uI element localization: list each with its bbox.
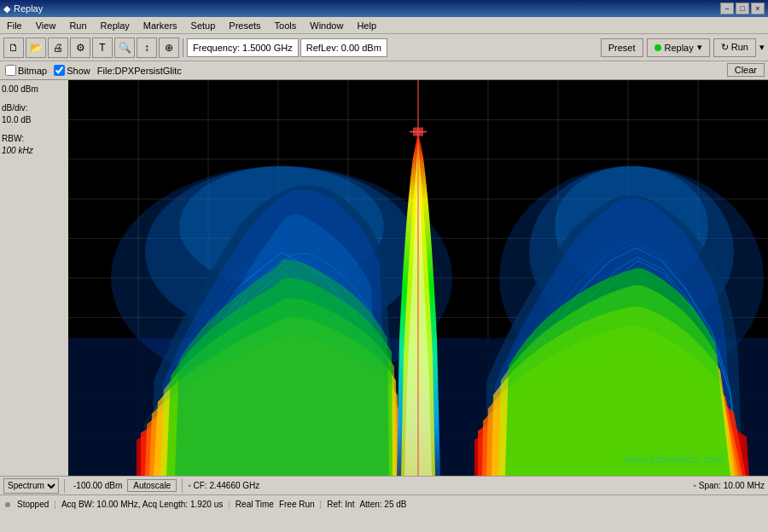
settings-button[interactable]: ⚙: [70, 38, 90, 58]
bottom-bar: Spectrum -100.00 dBm Autoscale ◦ CF: 2.4…: [0, 476, 768, 494]
toolbar: 🗋 📂 🖨 ⚙ T 🔍 ↕ ⊕ Frequency: 1.5000 GHz Re…: [0, 34, 768, 61]
status-indicator: [5, 502, 10, 507]
display-header: Bitmap Show File:DPXPersistGlitc Clear: [0, 61, 768, 80]
acq-bw-label: Acq BW: 10.00 MHz, Acq Length: 1.920 us: [61, 500, 223, 509]
minimize-button[interactable]: −: [720, 3, 734, 14]
titlebar: ◆ Replay − □ ×: [0, 0, 768, 17]
clear-button[interactable]: Clear: [727, 63, 765, 77]
atten-label: Atten: 25 dB: [359, 500, 406, 509]
replay-button[interactable]: Replay ▾: [647, 38, 710, 57]
maximize-button[interactable]: □: [736, 3, 749, 14]
menu-item-replay[interactable]: Replay: [94, 17, 137, 34]
show-label: Show: [67, 66, 90, 76]
menu-item-setup[interactable]: Setup: [184, 17, 223, 34]
menubar: FileViewRunReplayMarkersSetupPresetsTool…: [0, 17, 768, 34]
app-icon: ◆: [3, 3, 10, 14]
close-button[interactable]: ×: [751, 3, 765, 14]
text-button[interactable]: T: [92, 38, 113, 58]
replay-dropdown-arrow[interactable]: ▾: [697, 42, 702, 53]
menu-item-file[interactable]: File: [0, 17, 29, 34]
span-display: ◦ Span: 10.00 MHz: [693, 481, 765, 490]
run-button[interactable]: ↻ Run: [713, 38, 756, 57]
run-refresh-icon: ↻: [721, 42, 729, 52]
menu-item-help[interactable]: Help: [350, 17, 383, 34]
spectrum-display: www.taborelecs.com: [68, 80, 768, 476]
cursor-button[interactable]: ↕: [137, 38, 157, 58]
main-area: 0.00 dBm dB/div: 10.0 dB RBW: 100 kHz: [0, 80, 768, 494]
stopped-label: Stopped: [17, 500, 49, 509]
autoscale-button[interactable]: Autoscale: [127, 479, 177, 492]
db-div-value: 10.0 dB: [2, 114, 67, 126]
bottom-separator-1: [64, 479, 65, 493]
toolbar-separator-1: [183, 38, 183, 57]
zoom-button[interactable]: 🔍: [114, 38, 135, 58]
window-title: Replay: [14, 3, 43, 14]
new-button[interactable]: 🗋: [3, 38, 24, 58]
menu-item-presets[interactable]: Presets: [222, 17, 267, 34]
left-scale: 0.00 dBm dB/div: 10.0 dB RBW: 100 kHz: [0, 80, 68, 476]
spectrum-selector[interactable]: Spectrum: [3, 478, 59, 494]
status-sep-3: |: [320, 500, 323, 509]
reflev-display: RefLev: 0.00 dBm: [300, 38, 387, 57]
spectrum-dropdown[interactable]: Spectrum: [3, 478, 59, 494]
ref-level-label: 0.00 dBm: [2, 84, 67, 95]
run-dropdown-arrow[interactable]: ▾: [759, 42, 765, 53]
replay-indicator: [655, 44, 661, 51]
menu-item-run[interactable]: Run: [62, 17, 93, 34]
bottom-separator-2: [182, 479, 183, 493]
open-button[interactable]: 📂: [26, 38, 46, 58]
svg-rect-29: [413, 127, 423, 136]
rbw-label: RBW:: [2, 133, 67, 145]
ref-level-bottom: -100.00 dBm: [73, 481, 122, 490]
print-button[interactable]: 🖨: [48, 38, 68, 58]
marker-button[interactable]: ⊕: [159, 38, 179, 58]
rbw-value: 100 kHz: [2, 145, 67, 157]
menu-item-window[interactable]: Window: [303, 17, 350, 34]
status-bar: Stopped | Acq BW: 10.00 MHz, Acq Length:…: [0, 494, 768, 513]
status-sep-2: |: [228, 500, 230, 509]
plot-container[interactable]: www.taborelecs.com: [68, 80, 768, 476]
svg-text:www.taborelecs.com: www.taborelecs.com: [623, 453, 724, 466]
menu-item-view[interactable]: View: [29, 17, 63, 34]
db-div-label: dB/div:: [2, 102, 67, 114]
menu-item-markers[interactable]: Markers: [137, 17, 184, 34]
free-run-label: Free Run: [279, 500, 315, 509]
preset-button[interactable]: Preset: [601, 38, 643, 57]
file-label: File:DPXPersistGlitc: [97, 66, 182, 76]
status-sep-1: |: [54, 500, 56, 509]
ref-int-label: Ref: Int: [327, 500, 354, 509]
bitmap-checkbox[interactable]: [5, 65, 16, 76]
frequency-display: Frequency: 1.5000 GHz: [187, 38, 299, 57]
bitmap-label: Bitmap: [18, 66, 47, 76]
real-time-label: Real Time: [236, 500, 274, 509]
show-checkbox[interactable]: [54, 65, 65, 76]
cf-display: ◦ CF: 2.44660 GHz: [188, 481, 259, 490]
menu-item-tools[interactable]: Tools: [268, 17, 304, 34]
